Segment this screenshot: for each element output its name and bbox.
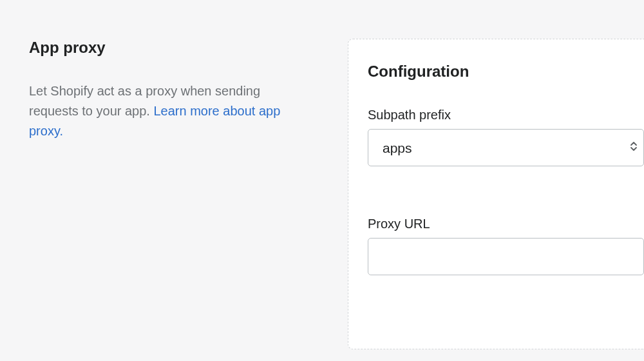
- left-panel: App proxy Let Shopify act as a proxy whe…: [0, 39, 348, 349]
- proxy-url-input[interactable]: [368, 238, 644, 275]
- section-title: App proxy: [29, 39, 309, 57]
- configuration-title: Configuration: [368, 63, 644, 81]
- subpath-prefix-field-group: Subpath prefix apps: [368, 108, 644, 166]
- configuration-card: Configuration Subpath prefix apps Proxy …: [348, 39, 644, 349]
- subpath-prefix-label: Subpath prefix: [368, 108, 644, 122]
- section-description: Let Shopify act as a proxy when sending …: [29, 81, 309, 141]
- subpath-prefix-select-wrapper: apps: [368, 129, 644, 166]
- proxy-url-label: Proxy URL: [368, 217, 644, 231]
- proxy-url-field-group: Proxy URL: [368, 217, 644, 275]
- subpath-prefix-select[interactable]: apps: [368, 129, 644, 166]
